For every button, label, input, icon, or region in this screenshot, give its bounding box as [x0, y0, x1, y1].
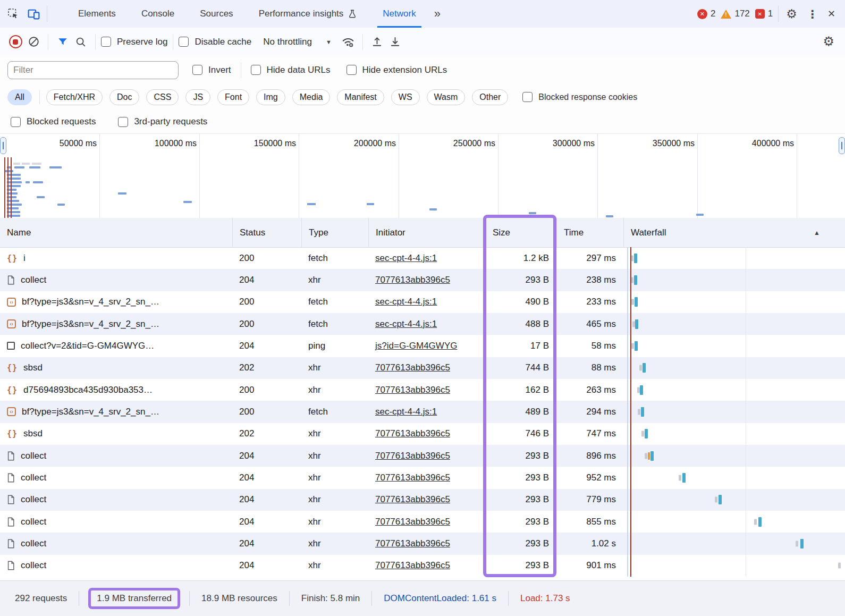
- checkbox-box: [251, 65, 261, 75]
- initiator-link[interactable]: 7077613abb396c5: [375, 560, 450, 571]
- third-party-requests-checkbox[interactable]: 3rd-party requests: [118, 116, 207, 127]
- minimap-bar: [22, 163, 30, 165]
- chip-media[interactable]: Media: [292, 89, 331, 105]
- filter-funnel-icon[interactable]: [54, 33, 72, 51]
- issues-badge[interactable]: ✕ 1: [755, 9, 773, 19]
- resources-size: 18.9 MB resources: [201, 593, 277, 604]
- initiator-link[interactable]: 7077613abb396c5: [375, 472, 450, 483]
- request-size: 746 B: [485, 423, 556, 445]
- console-errors-badge[interactable]: ✕ 2: [697, 9, 715, 19]
- blocked-requests-checkbox[interactable]: Blocked requests: [11, 116, 96, 127]
- request-row[interactable]: {}d75694893bca435d930ba353…200xhr7077613…: [0, 379, 845, 401]
- initiator-link[interactable]: 7077613abb396c5: [375, 494, 450, 505]
- chip-manifest[interactable]: Manifest: [337, 89, 384, 105]
- chip-css[interactable]: CSS: [146, 89, 179, 105]
- request-size: 490 B: [485, 291, 556, 313]
- inspect-element-icon[interactable]: [6, 7, 20, 21]
- request-name: collect?v=2&tid=G-GM4GWYG…: [0, 335, 232, 357]
- chip-doc[interactable]: Doc: [109, 89, 139, 105]
- request-row[interactable]: ‹›bf?type=js3&sn=v_4_srv_2_sn_…200fetchs…: [0, 291, 845, 313]
- request-row[interactable]: collect204xhr7077613abb396c5293 B952 ms: [0, 467, 845, 488]
- hide-extension-urls-checkbox[interactable]: Hide extension URLs: [347, 65, 447, 75]
- request-row[interactable]: collect204xhr7077613abb396c5293 B779 ms: [0, 489, 845, 511]
- column-header-type[interactable]: Type: [301, 218, 368, 247]
- chip-wasm[interactable]: Wasm: [427, 89, 466, 105]
- settings-gear-icon[interactable]: ⚙: [784, 8, 799, 20]
- initiator-link[interactable]: 7077613abb396c5: [375, 538, 450, 549]
- chip-img[interactable]: Img: [256, 89, 285, 105]
- initiator-link[interactable]: sec-cpt-4-4.js:1: [375, 407, 437, 417]
- initiator-link[interactable]: 7077613abb396c5: [375, 428, 450, 439]
- column-header-initiator[interactable]: Initiator: [368, 218, 485, 247]
- import-har-icon[interactable]: [368, 33, 386, 51]
- initiator-link[interactable]: sec-cpt-4-4.js:1: [375, 319, 437, 330]
- request-type: fetch: [301, 291, 368, 313]
- throttling-dropdown[interactable]: No throttling ▼: [263, 37, 332, 47]
- blocked-response-cookies-checkbox[interactable]: Blocked response cookies: [522, 92, 637, 102]
- request-row[interactable]: ‹›bf?type=js3&sn=v_4_srv_2_sn_…200fetchs…: [0, 401, 845, 423]
- chip-fetch-xhr[interactable]: Fetch/XHR: [46, 89, 103, 105]
- column-header-size[interactable]: Size: [485, 218, 556, 247]
- column-header-name[interactable]: Name: [0, 218, 232, 247]
- column-header-status[interactable]: Status: [232, 218, 301, 247]
- request-time: 233 ms: [556, 291, 623, 313]
- filter-input[interactable]: [7, 61, 179, 79]
- hide-data-urls-checkbox[interactable]: Hide data URLs: [251, 65, 331, 75]
- initiator-link[interactable]: 7077613abb396c5: [375, 362, 450, 373]
- network-overview-timeline[interactable]: 50000 ms100000 ms150000 ms200000 ms25000…: [0, 134, 845, 218]
- chip-all[interactable]: All: [7, 89, 32, 105]
- tab-elements[interactable]: Elements: [65, 0, 129, 28]
- request-row[interactable]: collect204xhr7077613abb396c5293 B901 ms: [0, 555, 845, 577]
- initiator-link[interactable]: 7077613abb396c5: [375, 385, 450, 395]
- request-row[interactable]: {}sbsd202xhr7077613abb396c5746 B747 ms: [0, 423, 845, 445]
- record-network-log-button[interactable]: [6, 33, 24, 51]
- tab-performance-insights[interactable]: Performance insights: [246, 0, 370, 28]
- document-icon: [7, 561, 15, 570]
- close-devtools-icon[interactable]: ✕: [825, 9, 838, 19]
- disable-cache-checkbox[interactable]: Disable cache: [179, 37, 251, 47]
- sort-ascending-icon[interactable]: ▲: [814, 229, 820, 237]
- request-name-text: collect: [21, 560, 46, 571]
- clear-network-log-icon[interactable]: [24, 33, 43, 51]
- device-toolbar-icon[interactable]: [27, 7, 40, 21]
- request-row[interactable]: collect204xhr7077613abb396c5293 B238 ms: [0, 269, 845, 291]
- tab-network[interactable]: Network: [370, 0, 428, 28]
- overview-brush-handle-left[interactable]: [0, 137, 6, 154]
- request-row[interactable]: {}sbsd202xhr7077613abb396c5744 B88 ms: [0, 357, 845, 379]
- more-options-icon[interactable]: ⋮: [805, 9, 820, 20]
- chip-font[interactable]: Font: [217, 89, 249, 105]
- request-row[interactable]: collect204xhr7077613abb396c5293 B855 ms: [0, 511, 845, 533]
- export-har-icon[interactable]: [386, 33, 404, 51]
- initiator-link[interactable]: 7077613abb396c5: [375, 517, 450, 527]
- network-settings-gear-icon[interactable]: ⚙: [821, 35, 845, 48]
- initiator-link[interactable]: sec-cpt-4-4.js:1: [375, 297, 437, 307]
- initiator-link[interactable]: 7077613abb396c5: [375, 275, 450, 285]
- request-name: collect: [0, 533, 232, 554]
- column-header-time[interactable]: Time: [556, 218, 623, 247]
- minimap-bar: [32, 163, 41, 165]
- network-conditions-icon[interactable]: [339, 33, 357, 51]
- preserve-log-checkbox[interactable]: Preserve log: [101, 37, 167, 47]
- script-icon: ‹›: [7, 298, 16, 307]
- chip-other[interactable]: Other: [472, 89, 508, 105]
- more-tabs-icon[interactable]: »: [429, 7, 446, 21]
- chip-ws[interactable]: WS: [391, 89, 420, 105]
- search-icon[interactable]: [72, 33, 90, 51]
- request-row[interactable]: collect204xhr7077613abb396c5293 B1.02 s: [0, 533, 845, 554]
- tab-console[interactable]: Console: [129, 0, 187, 28]
- request-row[interactable]: ‹›bf?type=js3&sn=v_4_srv_2_sn_…200fetchs…: [0, 313, 845, 335]
- request-row[interactable]: collect204xhr7077613abb396c5293 B896 ms: [0, 445, 845, 467]
- divider: [289, 591, 290, 606]
- chip-js[interactable]: JS: [185, 89, 210, 105]
- request-row[interactable]: {}i200fetchsec-cpt-4-4.js:11.2 kB297 ms: [0, 247, 845, 269]
- tab-sources[interactable]: Sources: [187, 0, 246, 28]
- initiator-link[interactable]: js?id=G-GM4GWYG: [375, 341, 457, 351]
- column-header-waterfall[interactable]: Waterfall▲: [623, 218, 845, 247]
- initiator-link[interactable]: sec-cpt-4-4.js:1: [375, 253, 437, 264]
- overview-brush-handle-right[interactable]: [839, 137, 845, 154]
- error-count: 2: [711, 9, 715, 19]
- request-row[interactable]: collect?v=2&tid=G-GM4GWYG…204pingjs?id=G…: [0, 335, 845, 357]
- console-warnings-badge[interactable]: 172: [721, 9, 749, 19]
- initiator-link[interactable]: 7077613abb396c5: [375, 451, 450, 461]
- invert-checkbox[interactable]: Invert: [192, 65, 231, 75]
